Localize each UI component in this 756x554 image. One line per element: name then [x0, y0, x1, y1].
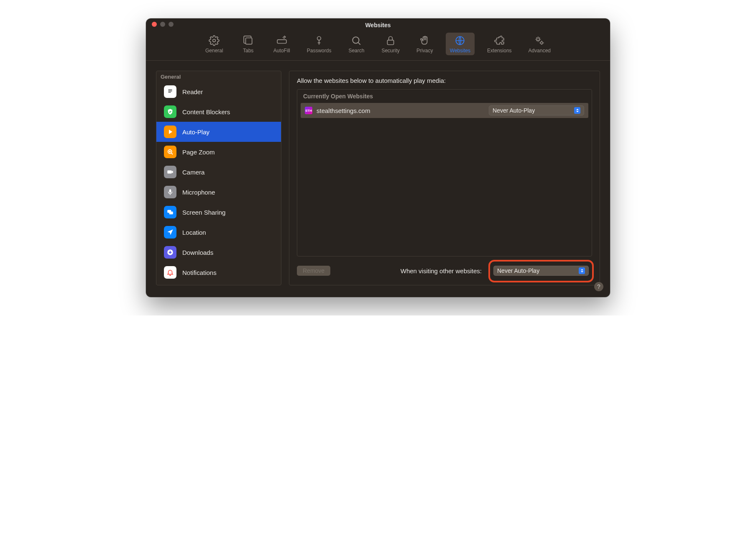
sidebar-item-downloads[interactable]: Downloads — [156, 242, 281, 262]
tab-security[interactable]: Security — [377, 33, 404, 55]
tab-passwords[interactable]: Passwords — [303, 33, 336, 55]
popup-value: Never Auto-Play — [493, 107, 535, 114]
tab-search[interactable]: Search — [344, 33, 369, 55]
website-info: STH stealthsettings.com — [305, 107, 370, 114]
svg-rect-16 — [169, 212, 173, 215]
gears-icon — [534, 35, 545, 46]
tab-autofill[interactable]: AutoFill — [269, 33, 294, 55]
main-panel: Allow the websites below to automaticall… — [289, 71, 600, 285]
remove-button[interactable]: Remove — [297, 266, 330, 276]
globe-icon — [455, 35, 465, 46]
tab-label: Passwords — [307, 48, 332, 54]
svg-point-3 — [317, 36, 321, 40]
sidebar-item-label: Screen Sharing — [182, 209, 225, 216]
sidebar-item-label: Downloads — [182, 249, 213, 256]
sidebar-item-label: Page Zoom — [182, 149, 215, 156]
sidebar-item-content-blockers[interactable]: Content Blockers — [156, 102, 281, 122]
microphone-icon — [164, 186, 176, 198]
lock-icon — [385, 35, 396, 46]
preferences-toolbar: General Tabs AutoFill Passwords Search S… — [146, 30, 610, 61]
sidebar-item-location[interactable]: Location — [156, 222, 281, 242]
sidebar-item-microphone[interactable]: Microphone — [156, 182, 281, 202]
hand-icon — [419, 35, 430, 46]
search-icon — [351, 35, 362, 46]
titlebar: Websites — [146, 18, 610, 30]
sidebar-item-reader[interactable]: Reader — [156, 82, 281, 102]
svg-rect-11 — [169, 92, 171, 93]
other-websites-label: When visiting other websites: — [401, 267, 482, 274]
list-section-header: Currently Open Websites — [297, 90, 592, 103]
svg-rect-5 — [387, 40, 393, 45]
svg-point-0 — [213, 39, 216, 42]
sidebar-section-header: General — [156, 71, 281, 82]
sidebar: General Reader Content Blockers Auto-Pla… — [156, 71, 281, 285]
tab-label: Websites — [450, 48, 470, 54]
sidebar-item-label: Microphone — [182, 189, 215, 196]
annotation-highlight: Never Auto-Play — [488, 260, 594, 282]
sidebar-item-auto-play[interactable]: Auto-Play — [156, 122, 281, 142]
website-domain: stealthsettings.com — [317, 107, 370, 114]
screens-icon — [164, 206, 176, 218]
shield-check-icon — [164, 105, 176, 118]
sidebar-item-label: Auto-Play — [182, 128, 209, 136]
other-websites-policy-popup[interactable]: Never Auto-Play — [493, 266, 589, 276]
sidebar-item-notifications[interactable]: Notifications — [156, 262, 281, 282]
sidebar-item-label: Camera — [182, 169, 204, 176]
sidebar-item-label: Content Blockers — [182, 108, 230, 115]
tab-extensions[interactable]: Extensions — [483, 33, 516, 55]
bell-icon — [164, 266, 176, 279]
tab-advanced[interactable]: Advanced — [524, 33, 555, 55]
sidebar-item-label: Reader — [182, 88, 203, 95]
tab-label: Advanced — [529, 48, 551, 54]
svg-rect-2 — [277, 40, 286, 44]
preferences-window: Websites General Tabs AutoFill Passwords… — [146, 18, 610, 297]
favicon-icon: STH — [305, 107, 312, 114]
help-button[interactable]: ? — [594, 282, 603, 291]
svg-rect-13 — [167, 170, 172, 174]
tab-label: General — [205, 48, 223, 54]
sidebar-item-label: Notifications — [182, 269, 217, 276]
gear-icon — [209, 35, 220, 46]
website-row[interactable]: STH stealthsettings.com Never Auto-Play — [301, 103, 588, 118]
updown-arrows-icon — [579, 267, 585, 274]
window-title: Websites — [146, 22, 610, 28]
popup-value: Never Auto-Play — [497, 267, 539, 274]
svg-rect-1 — [245, 38, 252, 44]
tab-label: Tabs — [243, 48, 253, 54]
tab-websites[interactable]: Websites — [446, 33, 475, 55]
bottom-bar: Remove When visiting other websites: Nev… — [297, 264, 592, 277]
play-icon — [164, 126, 176, 138]
updown-arrows-icon — [574, 107, 580, 114]
sidebar-item-page-zoom[interactable]: Page Zoom — [156, 142, 281, 162]
tab-privacy[interactable]: Privacy — [412, 33, 437, 55]
reader-icon — [164, 85, 176, 98]
svg-point-7 — [537, 38, 540, 41]
panel-heading: Allow the websites below to automaticall… — [297, 77, 592, 84]
websites-list: Currently Open Websites STH stealthsetti… — [297, 89, 592, 256]
svg-point-8 — [541, 42, 543, 44]
tab-label: Search — [348, 48, 364, 54]
camera-icon — [164, 166, 176, 178]
key-icon — [314, 35, 324, 46]
tab-label: Security — [381, 48, 399, 54]
tab-label: Extensions — [487, 48, 512, 54]
download-icon — [164, 246, 176, 259]
tabs-icon — [243, 35, 254, 46]
pencil-field-icon — [276, 35, 287, 46]
sidebar-item-screen-sharing[interactable]: Screen Sharing — [156, 202, 281, 222]
content-area: General Reader Content Blockers Auto-Pla… — [146, 61, 610, 297]
website-policy-popup[interactable]: Never Auto-Play — [489, 105, 584, 115]
tab-label: Privacy — [416, 48, 433, 54]
svg-rect-10 — [169, 91, 172, 92]
tab-general[interactable]: General — [201, 33, 227, 55]
svg-rect-14 — [169, 189, 171, 192]
svg-point-4 — [353, 37, 359, 43]
location-arrow-icon — [164, 226, 176, 239]
sidebar-item-label: Location — [182, 229, 206, 236]
svg-rect-9 — [169, 90, 172, 90]
zoom-icon — [164, 146, 176, 158]
puzzle-icon — [494, 35, 505, 46]
tab-tabs[interactable]: Tabs — [236, 33, 261, 55]
sidebar-item-camera[interactable]: Camera — [156, 162, 281, 182]
tab-label: AutoFill — [273, 48, 290, 54]
